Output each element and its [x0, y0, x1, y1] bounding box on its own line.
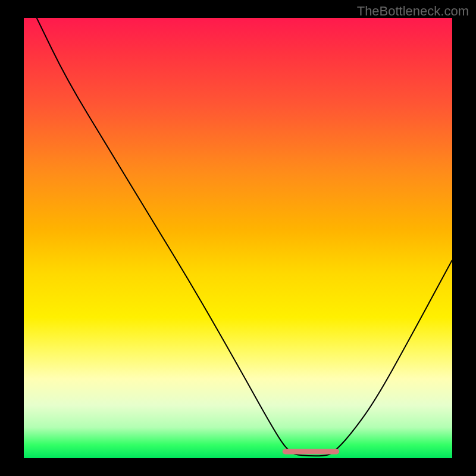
watermark-text: TheBottleneck.com [357, 4, 469, 19]
bottleneck-curve [37, 18, 452, 456]
chart-svg [24, 18, 452, 458]
plot-area [24, 18, 452, 458]
